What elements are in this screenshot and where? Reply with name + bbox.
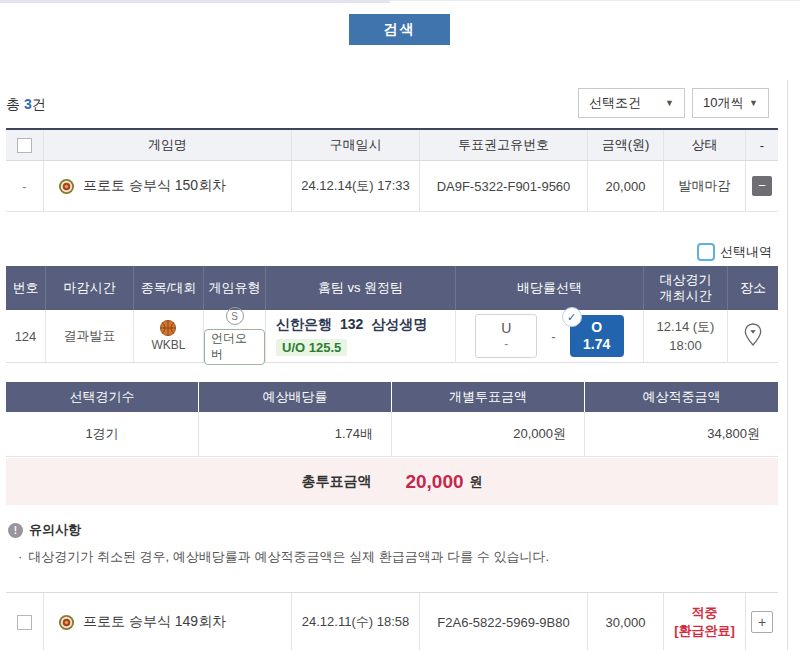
total-suffix: 건 <box>32 96 46 112</box>
game-name: 프로토 승부식 150회차 <box>83 177 226 195</box>
location-pin-icon[interactable] <box>743 322 763 351</box>
bet-summary-table: 선택경기수 예상배당률 개별투표금액 예상적중금액 1경기 1.74배 20,0… <box>6 382 778 457</box>
selection-history-toggle[interactable]: 선택내역 <box>697 243 772 261</box>
amount: 20,000 <box>588 161 664 211</box>
match-cell: 신한은행132삼성생명 U/O 125.5 <box>266 310 456 362</box>
toggle-cell: − <box>746 161 778 211</box>
header-individual-bet-amount: 개별투표금액 <box>392 382 585 412</box>
total-prefix: 총 <box>6 96 20 112</box>
game-type-cell: S 언더오버 <box>204 310 266 362</box>
notice-section: ! 유의사항 ·대상경기가 취소된 경우, 예상배당률과 예상적중금액은 실제 … <box>8 521 549 566</box>
row-select-cell: - <box>6 161 44 211</box>
purchase-history-page: 검색 총 3건 선택조건 ▼ 10개씩 ▼ 게임명 구매일시 투표권고유번호 금… <box>0 0 800 650</box>
header-deadline: 마감시간 <box>46 266 134 310</box>
option-over-odds: 1.74 <box>583 336 610 353</box>
filter-condition-value: 선택조건 <box>589 94 641 112</box>
ticket-number: DA9F-5322-F901-9560 <box>420 161 588 211</box>
selection-detail-table: 번호 마감시간 종목/대회 게임유형 홈팀 vs 원정팀 배당률선택 대상경기 … <box>6 266 778 363</box>
header-ticket-number: 투표권고유번호 <box>420 130 588 160</box>
header-expected-odds: 예상배당률 <box>199 382 392 412</box>
under-over-line-badge: U/O 125.5 <box>276 339 347 356</box>
status: 발매마감 <box>664 161 746 211</box>
caret-down-icon: ▼ <box>665 98 674 108</box>
amount: 30,000 <box>588 593 664 650</box>
game-name-cell: 프로토 승부식 150회차 <box>44 161 292 211</box>
total-bet-amount-row: 총투표금액 20,000 원 <box>6 458 778 505</box>
header-amount: 금액(원) <box>588 130 664 160</box>
deadline-status: 결과발표 <box>46 310 134 362</box>
header-selected-games: 선택경기수 <box>6 382 199 412</box>
total-bet-amount-value: 20,000 <box>405 471 463 493</box>
status: 적중 [환급완료] <box>664 593 746 650</box>
header-select-cell <box>6 130 44 160</box>
ticket-number: F2A6-5822-5969-9B80 <box>420 593 588 650</box>
match-datetime-cell: 12.14 (토) 18:00 <box>644 310 728 362</box>
filter-condition-select[interactable]: 선택조건 ▼ <box>578 88 685 118</box>
total-bet-amount-unit: 원 <box>470 473 483 491</box>
purchase-datetime: 24.12.11(수) 18:58 <box>292 593 420 650</box>
detail-table-header: 번호 마감시간 종목/대회 게임유형 홈팀 vs 원정팀 배당률선택 대상경기 … <box>6 266 778 310</box>
purchase-table-header: 게임명 구매일시 투표권고유번호 금액(원) 상태 - <box>6 130 778 161</box>
option-under-button[interactable]: U - <box>475 314 537 358</box>
game-type-badge: 언더오버 <box>204 329 265 364</box>
search-button[interactable]: 검색 <box>349 14 450 45</box>
total-count-label: 총 3건 <box>6 96 46 114</box>
league-name: WKBL <box>151 338 185 354</box>
total-count: 3 <box>24 96 32 112</box>
bullet: · <box>18 549 22 564</box>
selected-games-value: 1경기 <box>6 412 199 456</box>
expand-button[interactable]: + <box>751 611 773 633</box>
header-game-type: 게임유형 <box>204 266 266 310</box>
away-team: 삼성생명 <box>371 316 427 332</box>
table-row: 프로토 승부식 149회차 24.12.11(수) 18:58 F2A6-582… <box>6 593 778 650</box>
status-line1: 적중 <box>691 604 717 622</box>
summary-header: 선택경기수 예상배당률 개별투표금액 예상적중금액 <box>6 382 778 412</box>
game-name-cell: 프로토 승부식 149회차 <box>44 593 292 650</box>
right-border <box>787 80 788 650</box>
header-number: 번호 <box>6 266 46 310</box>
page-size-value: 10개씩 <box>703 94 743 112</box>
home-team: 신한은행 <box>276 316 332 332</box>
page-size-select[interactable]: 10개씩 ▼ <box>692 88 769 118</box>
bullseye-icon <box>58 178 75 195</box>
notice-item: ·대상경기가 취소된 경우, 예상배당률과 예상적중금액은 실제 환급금액과 다… <box>18 548 549 566</box>
caret-down-icon: ▼ <box>749 98 758 108</box>
sport-league-cell: WKBL <box>134 310 204 362</box>
header-match-time: 대상경기 개최시간 <box>644 266 728 310</box>
match-time: 18:00 <box>669 338 702 353</box>
bullseye-icon <box>58 614 75 631</box>
table-row: - 프로토 승부식 150회차 24.12.14(토) 17:33 DA9F-5… <box>6 161 778 212</box>
header-toggle: - <box>746 130 778 160</box>
header-sport-league: 종목/대회 <box>134 266 204 310</box>
toggle-cell: + <box>746 593 778 650</box>
option-over-label: O <box>591 319 602 336</box>
header-home-vs-away: 홈팀 vs 원정팀 <box>266 266 456 310</box>
exclamation-circle-icon: ! <box>8 523 23 538</box>
summary-values-row: 1경기 1.74배 20,000원 34,800원 <box>6 412 778 457</box>
match-score: 132 <box>340 316 363 332</box>
option-under-value: - <box>504 337 508 351</box>
selection-history-label: 선택내역 <box>720 243 772 261</box>
circled-s-icon: S <box>226 307 244 325</box>
expected-winnings-value: 34,800원 <box>585 412 778 456</box>
expected-odds-value: 1.74배 <box>199 412 392 456</box>
check-circle-icon: ✓ <box>562 307 582 327</box>
header-venue: 장소 <box>728 266 778 310</box>
purchase-table: 게임명 구매일시 투표권고유번호 금액(원) 상태 - - 프로토 승부식 15… <box>6 128 778 212</box>
odds-separator: - <box>551 329 555 344</box>
notice-text: 대상경기가 취소된 경우, 예상배당률과 예상적중금액은 실제 환급금액과 다를… <box>28 549 549 564</box>
row-select-cell <box>6 593 44 650</box>
header-status: 상태 <box>664 130 746 160</box>
purchase-table-row2: 프로토 승부식 149회차 24.12.11(수) 18:58 F2A6-582… <box>6 592 778 650</box>
collapse-button[interactable]: − <box>752 176 772 196</box>
game-name: 프로토 승부식 149회차 <box>83 613 226 631</box>
header-expected-winnings: 예상적중금액 <box>585 382 778 412</box>
venue-cell <box>728 310 778 362</box>
detail-row: 124 결과발표 WKBL S 언더오버 <box>6 310 778 363</box>
match-date: 12.14 (토) <box>657 319 715 334</box>
select-all-checkbox[interactable] <box>17 138 32 153</box>
header-odds-selection: 배당률선택 <box>456 266 644 310</box>
row-checkbox[interactable] <box>17 615 32 630</box>
selection-history-checkbox[interactable] <box>697 243 715 261</box>
top-tab-edge <box>0 0 390 3</box>
